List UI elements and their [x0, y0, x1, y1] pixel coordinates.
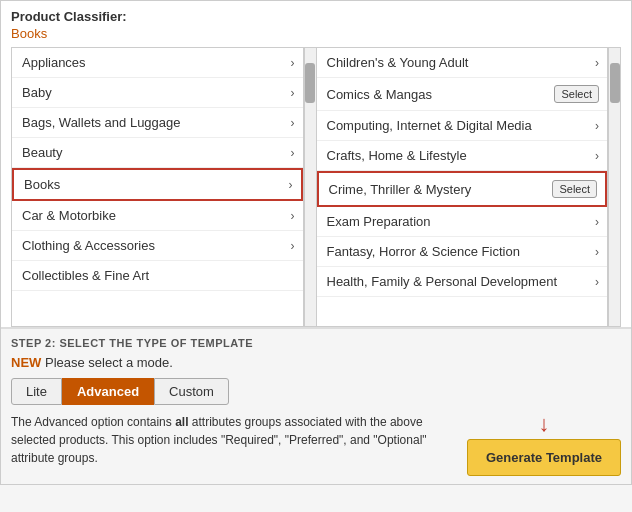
- generate-template-button[interactable]: Generate Template: [467, 439, 621, 476]
- left-item-label: Collectibles & Fine Art: [22, 268, 149, 283]
- right-column: Children's & Young Adult›Comics & Mangas…: [317, 48, 609, 326]
- step2-section: Step 2: Select the Type of Template NEW …: [1, 327, 631, 484]
- left-item-label: Beauty: [22, 145, 62, 160]
- mode-buttons: LiteAdvancedCustom: [11, 378, 621, 405]
- main-container: Product Classifier: Books Appliances›Bab…: [0, 0, 632, 485]
- left-column: Appliances›Baby›Bags, Wallets and Luggag…: [12, 48, 304, 326]
- classifier-section: Product Classifier: Books Appliances›Bab…: [1, 1, 631, 327]
- classifier-label: Product Classifier:: [11, 9, 621, 24]
- chevron-icon: ›: [291, 146, 295, 160]
- left-list-item-appliances[interactable]: Appliances›: [12, 48, 303, 78]
- left-list-item-car-motorbike[interactable]: Car & Motorbike›: [12, 201, 303, 231]
- right-list-item-crime-thriller-mystery[interactable]: Crime, Thriller & MysterySelect: [317, 171, 608, 207]
- right-item-label: Exam Preparation: [327, 214, 431, 229]
- description-area: The Advanced option contains all attribu…: [11, 413, 621, 476]
- right-list-item-childrens-young-adult[interactable]: Children's & Young Adult›: [317, 48, 608, 78]
- classifier-breadcrumb: Books: [11, 26, 621, 41]
- left-list-item-beauty[interactable]: Beauty›: [12, 138, 303, 168]
- right-list-item-health-family[interactable]: Health, Family & Personal Development›: [317, 267, 608, 297]
- select-mode-label: NEW Please select a mode.: [11, 355, 621, 370]
- right-list-item-computing-internet[interactable]: Computing, Internet & Digital Media›: [317, 111, 608, 141]
- chevron-icon: ›: [291, 56, 295, 70]
- left-scrollbar-thumb: [305, 63, 315, 103]
- left-item-label: Appliances: [22, 55, 86, 70]
- left-list-item-bags-wallets-luggage[interactable]: Bags, Wallets and Luggage›: [12, 108, 303, 138]
- right-list-item-exam-preparation[interactable]: Exam Preparation›: [317, 207, 608, 237]
- left-scrollbar[interactable]: [304, 48, 316, 326]
- right-scrollbar[interactable]: [608, 48, 620, 326]
- select-mode-text: Please select a mode.: [45, 355, 173, 370]
- right-column-wrapper: Children's & Young Adult›Comics & Mangas…: [317, 48, 621, 326]
- chevron-icon: ›: [595, 56, 599, 70]
- step2-title: Step 2: Select the Type of Template: [11, 337, 621, 349]
- right-list-item-crafts-home-lifestyle[interactable]: Crafts, Home & Lifestyle›: [317, 141, 608, 171]
- select-subcategory-button[interactable]: Select: [554, 85, 599, 103]
- left-item-label: Bags, Wallets and Luggage: [22, 115, 181, 130]
- chevron-icon: ›: [595, 215, 599, 229]
- chevron-icon: ›: [595, 245, 599, 259]
- description-text: The Advanced option contains all attribu…: [11, 413, 457, 467]
- left-item-label: Clothing & Accessories: [22, 238, 155, 253]
- right-scrollbar-thumb: [610, 63, 620, 103]
- chevron-icon: ›: [291, 116, 295, 130]
- chevron-icon: ›: [595, 149, 599, 163]
- right-item-label: Children's & Young Adult: [327, 55, 469, 70]
- left-list-item-baby[interactable]: Baby›: [12, 78, 303, 108]
- right-item-label: Crafts, Home & Lifestyle: [327, 148, 467, 163]
- left-list-item-collectibles-fine-art[interactable]: Collectibles & Fine Art: [12, 261, 303, 291]
- left-item-label: Baby: [22, 85, 52, 100]
- left-list-item-clothing-accessories[interactable]: Clothing & Accessories›: [12, 231, 303, 261]
- list-area: Appliances›Baby›Bags, Wallets and Luggag…: [11, 47, 621, 327]
- right-item-label: Fantasy, Horror & Science Fiction: [327, 244, 520, 259]
- chevron-icon: ›: [289, 178, 293, 192]
- left-column-wrapper: Appliances›Baby›Bags, Wallets and Luggag…: [12, 48, 317, 326]
- chevron-icon: ›: [291, 209, 295, 223]
- mode-button-custom[interactable]: Custom: [154, 378, 229, 405]
- chevron-icon: ›: [595, 275, 599, 289]
- left-list-item-books[interactable]: Books›: [12, 168, 303, 201]
- right-item-label: Health, Family & Personal Development: [327, 274, 558, 289]
- mode-button-lite[interactable]: Lite: [11, 378, 62, 405]
- select-subcategory-button[interactable]: Select: [552, 180, 597, 198]
- chevron-icon: ›: [291, 86, 295, 100]
- right-item-label: Crime, Thriller & Mystery: [329, 182, 472, 197]
- chevron-icon: ›: [291, 239, 295, 253]
- right-item-label: Comics & Mangas: [327, 87, 432, 102]
- new-badge: NEW: [11, 355, 41, 370]
- left-item-label: Car & Motorbike: [22, 208, 116, 223]
- right-list-item-fantasy-horror-scifi[interactable]: Fantasy, Horror & Science Fiction›: [317, 237, 608, 267]
- generate-area: ↓ Generate Template: [467, 413, 621, 476]
- chevron-icon: ›: [595, 119, 599, 133]
- mode-button-advanced[interactable]: Advanced: [62, 378, 154, 405]
- right-list-item-comics-mangas[interactable]: Comics & MangasSelect: [317, 78, 608, 111]
- right-item-label: Computing, Internet & Digital Media: [327, 118, 532, 133]
- left-item-label: Books: [24, 177, 60, 192]
- arrow-down-icon: ↓: [538, 413, 549, 435]
